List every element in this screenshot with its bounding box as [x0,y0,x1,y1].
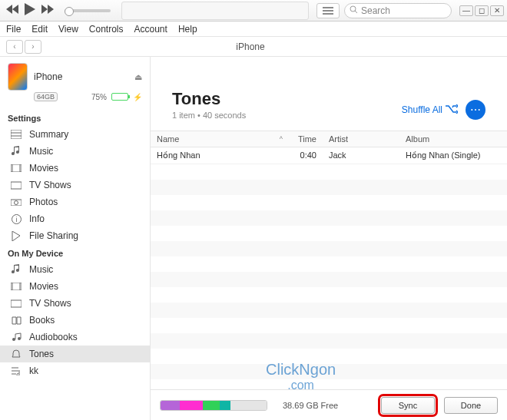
table-row[interactable]: Hồng Nhan0:40JackHồng Nhan (Single) [151,147,507,164]
col-name[interactable]: Name^ [151,131,289,147]
music-icon [11,264,22,275]
sidebar-item-music[interactable]: Music [0,143,150,160]
storage-bar [160,400,267,411]
capacity-badge: 64GB [34,92,58,101]
lcd-display [121,2,309,20]
sidebar-item-tv-shows[interactable]: TV Shows [0,177,150,193]
svg-point-0 [350,6,356,12]
svg-text:i: i [15,216,17,223]
svg-rect-9 [11,300,22,307]
film-icon [11,163,22,174]
list-icon [11,129,22,140]
play-icon[interactable] [25,3,35,18]
svg-point-11 [18,337,21,340]
info-icon: i [11,213,22,224]
tv-icon [11,298,22,309]
battery-pct: 75% [91,93,107,101]
sidebar-item-tones[interactable]: Tones [0,346,150,362]
device-thumbnail [8,63,28,91]
sidebar-item-kk[interactable]: kk [0,362,150,379]
list-view-button[interactable] [316,3,340,18]
svg-rect-1 [11,130,22,139]
settings-header: Settings [0,109,150,126]
ondevice-header: On My Device [0,244,150,261]
col-album[interactable]: Album [399,131,507,147]
film-icon [11,281,22,292]
shuffle-all-link[interactable]: Shuffle All [402,104,458,116]
maximize-button[interactable]: ◻ [475,5,489,16]
camera-icon [11,197,22,207]
menu-controls[interactable]: Controls [89,24,124,35]
nav-back-button[interactable]: ‹ [6,40,23,54]
sidebar-item-info[interactable]: iInfo [0,210,150,227]
minimize-button[interactable]: — [459,5,473,16]
audio-icon [11,332,22,342]
sidebar-item-summary[interactable]: Summary [0,126,150,143]
sidebar-item-music[interactable]: Music [0,261,150,278]
col-artist[interactable]: Artist [323,131,399,147]
sidebar-item-audiobooks[interactable]: Audiobooks [0,329,150,346]
nav-title: iPhone [48,41,453,52]
share-icon [11,230,22,241]
search-icon [350,5,358,16]
sidebar-item-photos[interactable]: Photos [0,193,150,210]
page-title: Tones [172,89,246,109]
pl-icon [11,365,22,376]
next-icon[interactable] [41,5,54,16]
device-name: iPhone [34,71,62,82]
music-icon [11,146,22,157]
sidebar-item-tv-shows[interactable]: TV Shows [0,295,150,312]
menu-file[interactable]: File [6,24,21,35]
shuffle-icon [446,104,458,116]
bell-icon [11,349,22,359]
eject-icon[interactable]: ⏏ [134,72,142,82]
close-button[interactable]: ✕ [490,5,504,16]
done-button[interactable]: Done [444,397,498,414]
search-placeholder: Search [361,5,390,16]
sync-button[interactable]: Sync [381,397,435,414]
svg-rect-3 [11,182,22,189]
tv-icon [11,180,22,190]
empty-rows [151,164,507,389]
more-button[interactable]: ⋯ [466,100,485,120]
sidebar-item-movies[interactable]: Movies [0,160,150,177]
col-time[interactable]: Time [289,131,323,147]
sidebar-item-books[interactable]: Books [0,312,150,329]
nav-forward-button[interactable]: › [25,40,41,54]
menu-help[interactable]: Help [178,24,197,35]
sidebar-item-file-sharing[interactable]: File Sharing [0,227,150,244]
menu-account[interactable]: Account [134,24,167,35]
svg-point-10 [12,338,15,341]
volume-slider[interactable] [65,9,111,12]
svg-point-5 [15,201,18,205]
page-subtitle: 1 item • 40 seconds [172,111,246,120]
free-space-label: 38.69 GB Free [277,401,372,410]
prev-icon[interactable] [6,5,18,16]
book-icon [11,315,22,326]
sidebar-item-movies[interactable]: Movies [0,278,150,295]
menu-edit[interactable]: Edit [31,24,48,35]
battery-icon [111,93,128,101]
search-input[interactable]: Search [344,3,452,18]
menu-view[interactable]: View [58,24,78,35]
